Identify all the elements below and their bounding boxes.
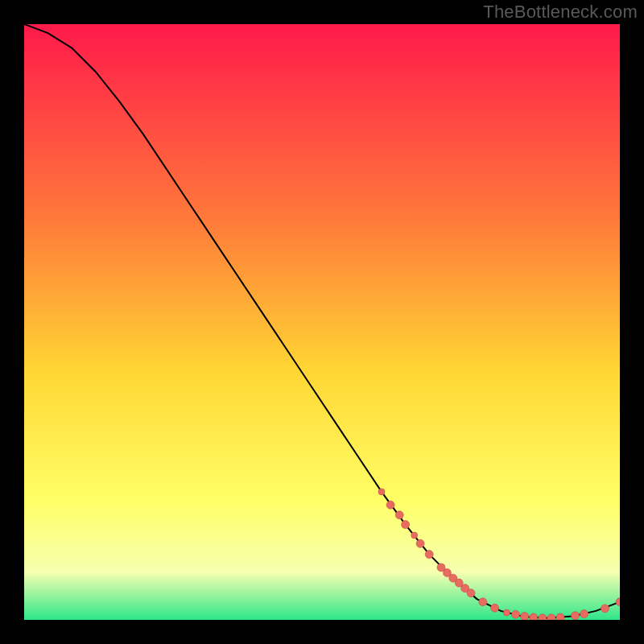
watermark-text: TheBottleneck.com [483,2,638,23]
data-marker [503,609,510,616]
data-marker [416,539,424,547]
gradient-background [24,24,620,620]
data-marker [491,604,499,612]
data-marker [601,605,609,613]
data-marker [467,589,475,597]
data-marker [530,613,538,620]
data-marker [572,612,580,620]
data-marker [556,613,564,620]
data-marker [425,551,433,559]
data-marker [539,614,547,620]
data-marker [547,614,555,620]
chart-stage: TheBottleneck.com [0,0,644,644]
data-marker [479,598,487,606]
chart-svg [24,24,620,620]
data-marker [386,501,394,509]
data-marker [580,610,588,618]
data-marker [411,532,418,539]
plot-area [24,24,620,620]
data-marker [395,511,403,519]
data-marker [402,521,410,529]
data-marker [512,610,520,618]
data-marker [378,489,385,495]
data-marker [521,613,529,620]
